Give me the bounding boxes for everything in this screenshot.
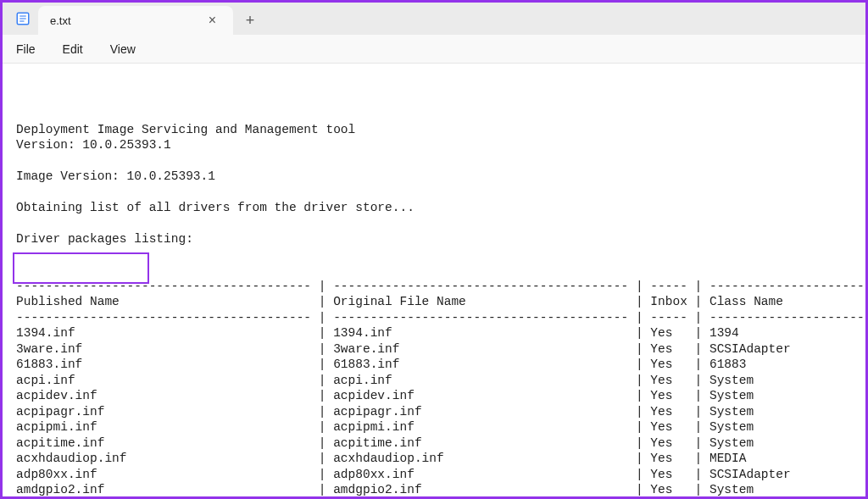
tab-title: e.txt	[50, 14, 71, 27]
notepad-icon	[8, 3, 38, 35]
menu-view[interactable]: View	[107, 39, 139, 59]
text-content[interactable]: Deployment Image Servicing and Managemen…	[3, 64, 865, 496]
menu-bar: File Edit View	[3, 35, 865, 64]
title-bar: e.txt × +	[3, 3, 865, 35]
menu-edit[interactable]: Edit	[59, 39, 86, 59]
new-tab-button[interactable]: +	[233, 6, 267, 35]
document-body: Deployment Image Servicing and Managemen…	[16, 106, 852, 496]
file-tab[interactable]: e.txt ×	[38, 6, 233, 35]
close-tab-icon[interactable]: ×	[203, 11, 221, 30]
menu-file[interactable]: File	[13, 39, 39, 59]
